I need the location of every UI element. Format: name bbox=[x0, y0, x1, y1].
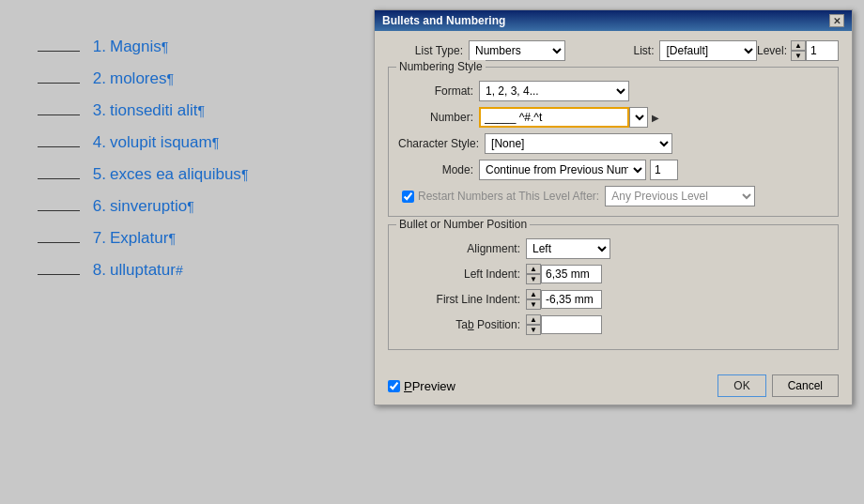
number-row: Number: ▶ bbox=[398, 107, 828, 128]
list-label: List: bbox=[579, 44, 654, 57]
pilcrow-icon: ¶ bbox=[241, 167, 249, 182]
bullets-numbering-dialog: Bullets and Numbering ✕ List Type: Numbe… bbox=[374, 9, 853, 405]
dialog-close-button[interactable]: ✕ bbox=[829, 14, 844, 27]
list-item-underline bbox=[38, 146, 80, 147]
left-indent-label: Left Indent: bbox=[398, 267, 520, 281]
tab-label-text: Tab Position: bbox=[455, 318, 520, 331]
restart-label: Restart Numbers at This Level After: bbox=[418, 190, 599, 203]
list-item-text: Magnis¶ bbox=[110, 38, 168, 56]
alignment-select[interactable]: Left bbox=[526, 238, 610, 259]
document-list: 1. Magnis¶ 2. molores¶ 3. tionsediti ali… bbox=[38, 38, 347, 293]
left-indent-group: ▲ ▼ bbox=[526, 264, 602, 284]
cancel-button[interactable]: Cancel bbox=[772, 374, 839, 397]
position-section-title: Bullet or Number Position bbox=[396, 218, 530, 231]
alignment-label: Alignment: bbox=[398, 242, 520, 255]
list-item-num: 7. bbox=[85, 229, 106, 248]
mode-select[interactable]: Continue from Previous Numbe bbox=[479, 160, 646, 180]
pilcrow-icon: ¶ bbox=[198, 103, 206, 118]
format-select[interactable]: 1, 2, 3, 4... bbox=[479, 81, 629, 101]
list-item-underline bbox=[38, 242, 80, 243]
dialog-title: Bullets and Numbering bbox=[382, 14, 505, 27]
level-up-button[interactable]: ▲ bbox=[791, 40, 806, 51]
dialog-titlebar: Bullets and Numbering ✕ bbox=[375, 10, 852, 31]
list-item-underline bbox=[38, 274, 80, 275]
tab-position-input[interactable] bbox=[541, 315, 602, 334]
level-input[interactable]: 1 bbox=[806, 40, 839, 61]
numbering-style-section: Numbering Style Format: 1, 2, 3, 4... Nu… bbox=[388, 67, 839, 217]
list-item: 2. molores¶ bbox=[38, 69, 347, 88]
mode-label: Mode: bbox=[398, 163, 473, 176]
list-item-text: exces ea aliquibus¶ bbox=[110, 165, 248, 184]
document-area: 1. Magnis¶ 2. molores¶ 3. tionsediti ali… bbox=[0, 0, 366, 504]
left-indent-up-button[interactable]: ▲ bbox=[526, 264, 541, 274]
tab-down-button[interactable]: ▼ bbox=[526, 325, 541, 335]
pilcrow-icon: ¶ bbox=[162, 39, 169, 54]
number-input[interactable] bbox=[479, 107, 629, 128]
list-item-num: 4. bbox=[85, 133, 106, 152]
pilcrow-icon: # bbox=[176, 263, 183, 278]
ok-button[interactable]: OK bbox=[717, 374, 765, 397]
list-select[interactable]: [Default] bbox=[659, 40, 756, 61]
mode-row: Mode: Continue from Previous Numbe bbox=[398, 160, 828, 180]
list-item-num: 1. bbox=[85, 38, 106, 56]
tab-up-button[interactable]: ▲ bbox=[526, 314, 541, 325]
list-item-num: 2. bbox=[85, 69, 106, 88]
format-label: Format: bbox=[398, 84, 473, 98]
level-spinner-buttons: ▲ ▼ bbox=[791, 40, 806, 61]
pilcrow-icon: ¶ bbox=[166, 71, 174, 86]
restart-row: Restart Numbers at This Level After: Any… bbox=[398, 186, 828, 206]
char-style-label: Character Style: bbox=[398, 137, 479, 150]
format-row: Format: 1, 2, 3, 4... bbox=[398, 81, 828, 101]
list-item: 6. sinveruptio¶ bbox=[38, 197, 347, 216]
first-line-up-button[interactable]: ▲ bbox=[526, 289, 541, 299]
level-down-button[interactable]: ▼ bbox=[791, 51, 806, 61]
list-item: 1. Magnis¶ bbox=[38, 38, 347, 56]
pilcrow-icon: ¶ bbox=[168, 231, 176, 246]
footer-buttons: OK Cancel bbox=[717, 374, 839, 397]
dialog-footer: PPreview OK Cancel bbox=[375, 369, 852, 405]
left-indent-spinner-buttons: ▲ ▼ bbox=[526, 264, 541, 284]
list-item-underline bbox=[38, 51, 80, 52]
tab-position-row: Tab Position: ▲ ▼ bbox=[398, 314, 828, 335]
preview-checkbox[interactable] bbox=[388, 380, 400, 392]
mode-number-input[interactable] bbox=[650, 160, 678, 180]
first-line-indent-group: ▲ ▼ bbox=[526, 289, 602, 310]
level-label: Level: bbox=[757, 44, 787, 57]
number-insert-select[interactable] bbox=[629, 107, 648, 128]
left-indent-row: Left Indent: ▲ ▼ bbox=[398, 264, 828, 284]
list-type-select[interactable]: Numbers bbox=[469, 40, 565, 61]
first-line-indent-row: First Line Indent: ▲ ▼ bbox=[398, 289, 828, 310]
numbering-style-title: Numbering Style bbox=[396, 60, 486, 73]
list-item-num: 8. bbox=[85, 261, 106, 280]
left-indent-down-button[interactable]: ▼ bbox=[526, 274, 541, 284]
tab-position-group: ▲ ▼ bbox=[526, 314, 602, 335]
position-section: Bullet or Number Position Alignment: Lef… bbox=[388, 224, 839, 350]
first-line-indent-label: First Line Indent: bbox=[398, 293, 520, 306]
pilcrow-icon: ¶ bbox=[212, 135, 220, 150]
level-group: Level: ▲ ▼ 1 bbox=[757, 40, 839, 61]
list-item-text: tionsediti alit¶ bbox=[110, 101, 205, 120]
char-style-row: Character Style: [None] bbox=[398, 133, 828, 154]
tab-spinner-buttons: ▲ ▼ bbox=[526, 314, 541, 335]
alignment-row: Alignment: Left bbox=[398, 238, 828, 259]
list-item-text: sinveruptio¶ bbox=[110, 197, 194, 216]
first-line-indent-input[interactable] bbox=[541, 290, 602, 309]
left-indent-input[interactable] bbox=[541, 265, 602, 283]
restart-checkbox[interactable] bbox=[402, 191, 414, 203]
list-item: 4. volupit isquam¶ bbox=[38, 133, 347, 152]
list-item-num: 6. bbox=[85, 197, 106, 216]
list-item-text: ulluptatur# bbox=[110, 261, 183, 280]
list-item-text: molores¶ bbox=[110, 69, 174, 88]
first-line-down-button[interactable]: ▼ bbox=[526, 299, 541, 310]
list-type-label: List Type: bbox=[388, 44, 463, 57]
list-item: 3. tionsediti alit¶ bbox=[38, 101, 347, 120]
restart-select[interactable]: Any Previous Level bbox=[605, 186, 755, 206]
pilcrow-icon: ¶ bbox=[187, 199, 194, 214]
char-style-select[interactable]: [None] bbox=[485, 133, 672, 154]
preview-label: PPreview bbox=[404, 379, 455, 393]
list-item: 7. Explatur¶ bbox=[38, 229, 347, 248]
list-item-text: volupit isquam¶ bbox=[110, 133, 219, 152]
list-item-num: 3. bbox=[85, 101, 106, 120]
tab-position-label: Tab Position: bbox=[398, 318, 520, 331]
list-item-underline bbox=[38, 210, 80, 211]
